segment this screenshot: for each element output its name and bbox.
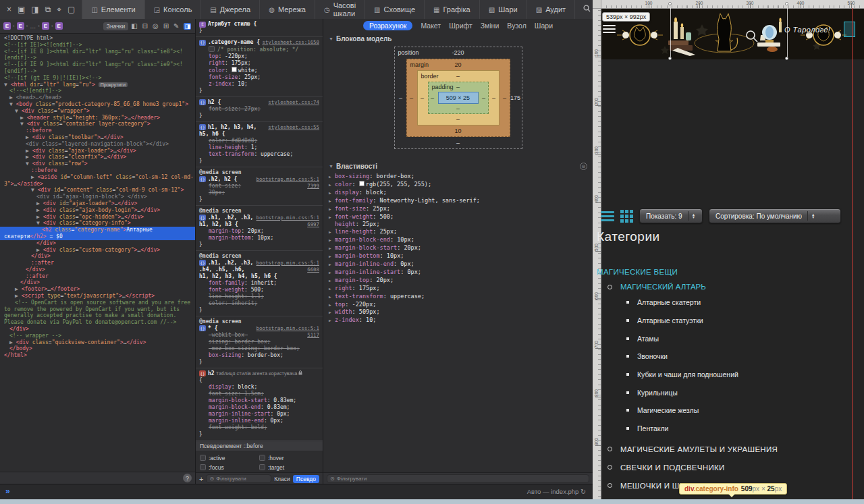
border-right-value[interactable]: –: [489, 94, 500, 101]
classes-button[interactable]: Класи: [274, 476, 290, 482]
box-model-content-size[interactable]: 509 × 25: [438, 92, 479, 104]
category-link[interactable]: МАГИЧЕСКИЕ АМУЛЕТЫ И УКРАШЕНИЯ: [608, 440, 778, 458]
dom-node-line[interactable]: ▶ <footer>…</footer>: [0, 286, 195, 293]
css-property[interactable]: color: #d0d0d0;: [199, 138, 319, 144]
css-property[interactable]: z-index: 10;: [199, 81, 319, 88]
subcategory-link[interactable]: Пентакли: [626, 420, 738, 438]
layout-icon[interactable]: ◧: [131, 22, 137, 30]
rule-selector[interactable]: * {: [208, 325, 217, 331]
pseudo-class-toggle[interactable]: :hover: [259, 455, 319, 461]
css-property[interactable]: text-transform: uppercase;: [199, 151, 319, 158]
subcategory-link[interactable]: Атамы: [626, 329, 738, 347]
computed-property[interactable]: ▶margin-bottom: 10px;: [329, 252, 587, 260]
sidebar-toggle-icon[interactable]: ◨: [184, 23, 191, 30]
css-property[interactable]: line-height: 1;: [199, 144, 319, 151]
help-button[interactable]: ?: [183, 474, 192, 482]
details-tab-Шрифт[interactable]: Шрифт: [449, 22, 473, 30]
details-tab-Вузол[interactable]: Вузол: [507, 22, 526, 30]
computed-filter-input[interactable]: ⊙ Фільтрувати: [327, 474, 589, 483]
css-property[interactable]: margin-bottom: 10px;: [199, 235, 319, 242]
rule-selector[interactable]: .h2, h2 {: [208, 176, 237, 182]
dock-bottom-icon[interactable]: ▣: [18, 5, 25, 14]
padding-top-value[interactable]: –: [456, 84, 460, 90]
padding-left-value[interactable]: –: [427, 94, 438, 101]
css-property[interactable]: top: -220px;: [199, 53, 319, 60]
breadcrumb-ellipsis[interactable]: …: [30, 23, 36, 30]
target-icon[interactable]: ◎: [153, 22, 159, 30]
subcategory-link[interactable]: Курильницы: [626, 383, 738, 401]
dom-node-line[interactable]: </div>: [0, 279, 195, 286]
subcategory-link[interactable]: Алтарные статуэтки: [626, 312, 738, 330]
dock-side-icon[interactable]: ◨: [31, 5, 38, 14]
pseudo-class-toggle[interactable]: :focus: [200, 464, 259, 471]
computed-property[interactable]: ▶font-weight: 500;: [329, 213, 587, 221]
device-icon[interactable]: ▢: [68, 5, 75, 14]
pseudo-button[interactable]: Псевдо: [293, 475, 319, 483]
margin-top-value[interactable]: 20: [454, 61, 461, 68]
element-badge[interactable]: E: [42, 22, 49, 30]
position-right-value[interactable]: 175: [510, 94, 521, 101]
details-tab-Зміни[interactable]: Зміни: [481, 22, 500, 30]
computed-property[interactable]: ▶font-size: 25px;: [329, 205, 587, 213]
menu-hamburger-icon[interactable]: [603, 25, 616, 33]
ruler-handle[interactable]: [668, 2, 672, 5]
details-tab-Розрахунок[interactable]: Розрахунок: [363, 21, 413, 30]
css-property[interactable]: line-height: 1.1;: [199, 293, 319, 300]
computed-property[interactable]: ▶margin-top: 20px;: [329, 277, 587, 285]
dom-node-line[interactable]: ▶ <div class="ajax-loader">…</div>: [0, 148, 195, 155]
list-view-icon[interactable]: [601, 211, 614, 221]
pseudo-class-toggle[interactable]: :active: [200, 455, 259, 461]
margin-bottom-value[interactable]: 10: [454, 128, 461, 134]
tab-Сховище[interactable]: ▥Сховище: [364, 0, 424, 19]
css-property[interactable]: -moz-box-sizing: border-box;: [199, 345, 319, 352]
dom-node-line[interactable]: ▼ <div class="row">: [0, 161, 195, 167]
dom-node-line[interactable]: <div class="layered-navigation-block"></…: [0, 141, 195, 148]
css-property[interactable]: color: white;: [199, 67, 319, 74]
header-link[interactable]: О Тарологе!: [784, 26, 831, 34]
sort-select[interactable]: Сортировка: По умолчанию ▲▼: [709, 208, 841, 223]
ruler-handle[interactable]: [668, 57, 672, 60]
browser-viewport[interactable]: О Тарологе! 100200300400500 100200300400…: [593, 0, 864, 499]
dom-node-line[interactable]: ▶ <script type="text/javascript">…</scri…: [0, 293, 195, 300]
stylesheet-link[interactable]: bootstrap.min.css:5:15117: [254, 325, 319, 339]
css-property[interactable]: /* position: absolute; */: [199, 46, 319, 53]
pseudo-class-toggle[interactable]: :target: [259, 464, 319, 471]
dom-node-line[interactable]: </div>: [0, 267, 195, 273]
root-category-link[interactable]: МАГИЧЕСКИЕ ВЕЩИ: [597, 268, 678, 276]
dom-node-line[interactable]: <!DOCTYPE html>: [0, 35, 195, 42]
rule-selector[interactable]: h2 {: [208, 99, 221, 105]
stylesheet-link[interactable]: bootstrap.min.css:5:16997: [254, 215, 319, 228]
computed-property[interactable]: ▶margin-block-start: 20px;: [329, 244, 587, 252]
dom-node-line[interactable]: </html>: [0, 352, 195, 359]
css-property[interactable]: color: inherit;: [199, 300, 319, 307]
page-context-select[interactable]: Авто — index.php ↻: [527, 488, 586, 495]
dom-node-line[interactable]: ▶ <header style="height: 360px;">…</head…: [0, 115, 195, 121]
subcategory-link[interactable]: Алтарные скатерти: [626, 293, 738, 312]
css-property[interactable]: margin-inline-start: 0px;: [199, 411, 319, 418]
grid-overlay-icon[interactable]: ⊞: [163, 22, 169, 30]
border-bottom-value[interactable]: –: [456, 116, 460, 123]
rule-selector[interactable]: .category-name {: [208, 39, 260, 45]
css-property[interactable]: margin-block-start: 0.83em;: [199, 397, 319, 404]
dom-node-line[interactable]: <div id="ajax-login-block"> </div>: [0, 194, 195, 200]
dom-node-line[interactable]: ▶ <head>…</head>: [0, 94, 195, 101]
tab-Консоль[interactable]: ◲Консоль: [144, 0, 201, 19]
ruler-handle[interactable]: [785, 57, 788, 60]
active-category-item[interactable]: МАГИЧЕСКИЙ АЛТАРЬ: [608, 283, 706, 291]
dom-node-line[interactable]: <!--[if IE 9 ]><html dir="ltr" lang="ru"…: [0, 61, 195, 75]
dom-node-line[interactable]: ▼ <div class="category-info">: [0, 220, 195, 227]
tab-Аудит[interactable]: ▨Аудит: [526, 0, 575, 19]
element-badge[interactable]: E: [17, 22, 24, 30]
css-property[interactable]: margin-inline-end: 0px;: [199, 418, 319, 424]
checkbox[interactable]: [259, 464, 265, 470]
tab-Елементи[interactable]: ◫Елементи: [82, 0, 144, 19]
checkbox[interactable]: [259, 455, 265, 461]
rule-selector[interactable]: .h1, .h2, .h3, h1, h2, h3 {: [199, 215, 253, 227]
css-property[interactable]: font-weight: 500;: [199, 287, 319, 293]
stylesheet-link[interactable]: stylesheet.css:55: [268, 124, 319, 131]
dom-node-line[interactable]: ▼ <div id="content" class="col-md-9 col-…: [0, 187, 195, 194]
computed-property[interactable]: ▶display: block;: [329, 189, 587, 197]
dom-node-line[interactable]: ▶ <aside id="column-left" class="col-sm-…: [0, 174, 195, 188]
show-count-select[interactable]: Показать: 9 ▲▼: [639, 208, 703, 223]
dom-node-line[interactable]: ▶ <div class="custom-category">…</div>: [0, 247, 195, 254]
